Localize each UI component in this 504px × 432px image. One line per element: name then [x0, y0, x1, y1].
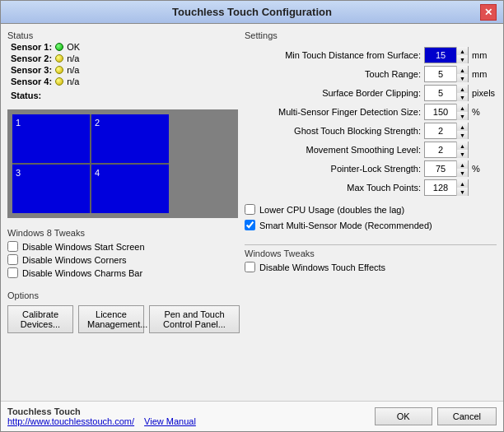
sensor-4-label: Sensor 4: [11, 77, 52, 86]
smart-multi-sensor-checkbox[interactable] [245, 220, 255, 230]
sensor-list: Sensor 1: OK Sensor 2: n/a Sensor 3: n/a [7, 42, 238, 101]
min-touch-input[interactable] [425, 48, 456, 63]
pointer-lock-spinbox: ▲ ▼ [424, 160, 469, 177]
sensor-3-label: Sensor 3: [11, 65, 52, 75]
min-touch-up-btn[interactable]: ▲ [456, 47, 468, 55]
touch-range-spinbox: ▲ ▼ [424, 66, 469, 82]
calibrate-button[interactable]: Calibrate Devices... [7, 305, 73, 333]
touch-range-label: Touch Range: [245, 69, 421, 79]
sensor-grid: 1 2 3 4 [12, 114, 169, 213]
movement-smoothing-spin-btns: ▲ ▼ [456, 142, 468, 158]
pointer-lock-label: Pointer-Lock Strength: [245, 164, 421, 174]
status-label: Status: [11, 91, 41, 100]
disable-charms-checkbox[interactable] [7, 267, 18, 278]
pointer-lock-up-btn[interactable]: ▲ [456, 160, 468, 169]
surface-border-spin-btns: ▲ ▼ [456, 85, 468, 101]
footer-link-row: http://www.touchlesstouch.com/ View Manu… [7, 416, 368, 426]
windows-tweaks-label: Windows Tweaks [245, 249, 497, 258]
touch-range-up-btn[interactable]: ▲ [456, 66, 468, 74]
close-button[interactable]: ✕ [480, 4, 497, 21]
sensor-2-label: Sensor 2: [11, 53, 52, 63]
footer-buttons: OK Cancel [375, 407, 497, 425]
ok-button[interactable]: OK [375, 407, 432, 425]
max-touch-up-btn[interactable]: ▲ [456, 179, 468, 188]
footer-url[interactable]: http://www.touchlesstouch.com/ [7, 416, 134, 426]
cancel-button[interactable]: Cancel [437, 407, 497, 425]
min-touch-unit: mm [472, 50, 497, 60]
max-touch-row: Max Touch Points: ▲ ▼ [245, 179, 497, 196]
options-label: Options [7, 290, 238, 300]
surface-border-down-btn[interactable]: ▼ [456, 93, 468, 101]
movement-smoothing-input[interactable] [425, 142, 456, 157]
max-touch-spin-btns: ▲ ▼ [456, 179, 468, 196]
multi-sensor-spinbox: ▲ ▼ [424, 104, 469, 120]
ghost-touch-label: Ghost Touch Blocking Strength: [245, 126, 421, 136]
surface-border-input[interactable] [425, 86, 456, 100]
max-touch-down-btn[interactable]: ▼ [456, 188, 468, 196]
sensor-row-3: Sensor 3: n/a [11, 65, 238, 75]
min-touch-down-btn[interactable]: ▼ [456, 55, 468, 63]
multi-sensor-row: Multi-Sensor Finger Detection Size: ▲ ▼ … [245, 104, 497, 120]
disable-touch-effects-label: Disable Windows Touch Effects [259, 262, 385, 272]
lower-cpu-row: Lower CPU Usage (doubles the lag) [245, 204, 497, 215]
grid-cell-4: 4 [91, 165, 169, 213]
movement-smoothing-label: Movement Smoothing Level: [245, 145, 421, 155]
max-touch-spinbox: ▲ ▼ [424, 179, 469, 196]
ghost-touch-input[interactable] [425, 123, 456, 138]
sensor-grid-container: 1 2 3 4 [7, 109, 238, 218]
multi-sensor-label: Multi-Sensor Finger Detection Size: [245, 107, 421, 117]
options-section: Options Calibrate Devices... Licence Man… [7, 290, 238, 333]
disable-start-screen-label: Disable Windows Start Screen [22, 242, 145, 252]
status-section-label: Status [7, 30, 238, 40]
movement-smoothing-down-btn[interactable]: ▼ [456, 150, 468, 158]
sensor-4-led [55, 77, 63, 86]
ghost-touch-up-btn[interactable]: ▲ [456, 123, 468, 131]
sensor-1-value: OK [67, 42, 80, 52]
lower-cpu-checkbox[interactable] [245, 204, 255, 215]
pointer-lock-input[interactable] [425, 161, 456, 176]
pointer-lock-unit: % [472, 164, 497, 174]
multi-sensor-up-btn[interactable]: ▲ [456, 104, 468, 112]
ghost-touch-down-btn[interactable]: ▼ [456, 131, 468, 139]
multi-sensor-unit: % [472, 107, 497, 117]
footer: Touchless Touch http://www.touchlesstouc… [1, 401, 503, 431]
multi-sensor-input[interactable] [425, 105, 456, 119]
pointer-lock-down-btn[interactable]: ▼ [456, 169, 468, 177]
touch-range-input[interactable] [425, 67, 456, 81]
touch-range-down-btn[interactable]: ▼ [456, 74, 468, 82]
sensor-2-led [55, 54, 63, 63]
max-touch-input[interactable] [425, 180, 456, 195]
disable-corners-checkbox[interactable] [7, 254, 18, 265]
movement-smoothing-spinbox: ▲ ▼ [424, 142, 469, 158]
licence-button[interactable]: Licence Management... [78, 305, 144, 333]
movement-smoothing-up-btn[interactable]: ▲ [456, 142, 468, 150]
title-bar: Touchless Touch Configuration ✕ [1, 1, 503, 24]
disable-corners-label: Disable Windows Corners [22, 255, 127, 265]
windows-tweaks-section: Windows Tweaks Disable Windows Touch Eff… [245, 241, 497, 275]
sensor-1-label: Sensor 1: [11, 42, 52, 52]
grid-cell-3: 3 [12, 165, 90, 213]
surface-border-unit: pixels [472, 88, 497, 98]
options-buttons: Calibrate Devices... Licence Management.… [7, 305, 238, 333]
pointer-lock-row: Pointer-Lock Strength: ▲ ▼ % [245, 160, 497, 177]
min-touch-spin-btns: ▲ ▼ [456, 47, 468, 63]
view-manual-link[interactable]: View Manual [144, 416, 196, 426]
multi-sensor-down-btn[interactable]: ▼ [456, 112, 468, 120]
surface-border-spinbox: ▲ ▼ [424, 85, 469, 101]
movement-smoothing-row: Movement Smoothing Level: ▲ ▼ [245, 142, 497, 158]
footer-title: Touchless Touch [7, 406, 368, 416]
disable-touch-effects-checkbox[interactable] [245, 262, 255, 272]
lower-cpu-label: Lower CPU Usage (doubles the lag) [259, 205, 404, 215]
content-area: Status Sensor 1: OK Sensor 2: n/a Sensor… [1, 24, 503, 401]
min-touch-row: Min Touch Distance from Surface: ▲ ▼ mm [245, 47, 497, 63]
right-panel: Settings Min Touch Distance from Surface… [245, 30, 497, 394]
max-touch-label: Max Touch Points: [245, 183, 421, 193]
touch-range-spin-btns: ▲ ▼ [456, 66, 468, 82]
disable-start-screen-checkbox[interactable] [7, 241, 18, 252]
smart-multi-sensor-row: Smart Multi-Sensor Mode (Recommended) [245, 220, 497, 230]
settings-section-label: Settings [245, 30, 497, 40]
surface-border-up-btn[interactable]: ▲ [456, 85, 468, 93]
sensor-row-1: Sensor 1: OK [11, 42, 238, 52]
settings-checkboxes: Lower CPU Usage (doubles the lag) Smart … [245, 204, 497, 233]
pen-touch-button[interactable]: Pen and Touch Control Panel... [149, 305, 240, 333]
